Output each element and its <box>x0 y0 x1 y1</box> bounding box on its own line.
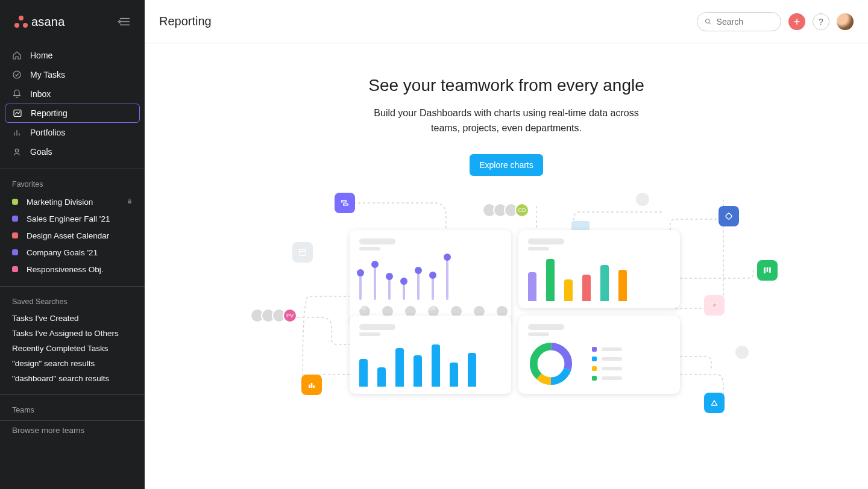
favorite-label: Design Asset Calendar <box>27 231 109 240</box>
global-search[interactable] <box>697 12 781 31</box>
favorite-item[interactable]: Sales Engineer Fall '21 <box>0 210 145 227</box>
favorite-label: Responsiveness Obj. <box>27 265 104 274</box>
avatar-chip <box>451 306 462 317</box>
saved-searches-list: Tasks I've Created Tasks I've Assigned t… <box>0 311 145 386</box>
chart-tile-icon <box>301 375 322 395</box>
saved-search-item[interactable]: Recently Completed Tasks <box>0 341 145 356</box>
chart-line-icon <box>13 108 22 118</box>
omnibutton-add[interactable] <box>788 13 805 30</box>
reporting-empty-state: See your teamwork from every angle Build… <box>145 43 868 489</box>
check-circle-icon <box>12 70 22 79</box>
logo-mark-icon <box>14 16 28 28</box>
hero-subtext: Build your Dashboards with charts using … <box>362 106 651 136</box>
project-color-dot <box>12 232 18 238</box>
svg-rect-18 <box>767 267 768 272</box>
svg-rect-13 <box>342 201 347 202</box>
sidebar-header: asana <box>0 0 145 43</box>
favorite-item[interactable]: Company Goals '21 <box>0 244 145 261</box>
triangle-tile-icon <box>704 393 725 413</box>
svg-rect-17 <box>764 267 766 273</box>
favorites-header: Favorites <box>0 169 145 193</box>
chart-card-donut <box>518 316 680 394</box>
avatar-chip <box>382 306 393 317</box>
hero-headline: See your teamwork from every angle <box>368 76 644 95</box>
saved-search-item[interactable]: "design" search results <box>0 356 145 371</box>
nav-item-portfolios[interactable]: Portfolios <box>5 123 140 142</box>
diamond-tile-icon <box>719 206 739 226</box>
sidebar-collapse-button[interactable] <box>116 13 133 30</box>
explore-charts-button[interactable]: Explore charts <box>470 154 542 176</box>
nav-item-home[interactable]: Home <box>5 46 140 65</box>
sidebar: asana Home My Tasks <box>0 0 145 489</box>
svg-rect-20 <box>725 213 732 219</box>
svg-point-8 <box>15 149 18 152</box>
topbar-actions: ? <box>697 12 854 31</box>
nav-item-goals[interactable]: Goals <box>5 142 140 161</box>
nav-label: My Tasks <box>30 70 65 79</box>
favorite-item[interactable]: Responsiveness Obj. <box>0 261 145 278</box>
svg-line-10 <box>709 22 711 24</box>
search-icon <box>705 17 712 26</box>
brand-name: asana <box>31 15 65 29</box>
help-button[interactable]: ? <box>813 13 829 30</box>
saved-search-item[interactable]: "dashboard" search results <box>0 371 145 386</box>
target-icon <box>12 147 22 157</box>
project-color-dot <box>12 199 18 205</box>
favorite-label: Sales Engineer Fall '21 <box>27 214 110 223</box>
donut-legend <box>592 347 622 381</box>
user-avatar[interactable] <box>837 13 854 30</box>
project-color-dot <box>12 266 18 272</box>
avatar-chip: CD <box>428 306 439 317</box>
svg-rect-23 <box>313 385 315 387</box>
bar-chart-icon <box>12 128 22 137</box>
main-content: Reporting ? See your teamwork from every… <box>145 0 868 489</box>
project-tile-icon <box>335 193 355 213</box>
svg-rect-15 <box>300 249 306 255</box>
project-color-dot <box>12 216 18 222</box>
saved-search-item[interactable]: Tasks I've Assigned to Others <box>0 326 145 341</box>
calendar-tile-icon <box>292 242 313 263</box>
avatar-cluster: PV <box>250 308 297 323</box>
favorite-label: Marketing Division <box>27 198 93 207</box>
brand-logo[interactable]: asana <box>14 15 65 29</box>
svg-rect-21 <box>309 385 310 388</box>
favorite-item[interactable]: Marketing Division <box>0 193 145 210</box>
avatar-cluster: CD <box>482 203 529 217</box>
svg-point-9 <box>705 19 709 23</box>
avatar-chip <box>497 306 508 317</box>
chart-card-blue-bars <box>350 316 511 394</box>
plus-icon <box>793 17 801 26</box>
svg-rect-14 <box>344 204 348 205</box>
saved-search-item[interactable]: Tasks I've Created <box>0 311 145 326</box>
favorite-label: Company Goals '21 <box>27 248 98 257</box>
board-tile-icon <box>757 260 778 281</box>
star-tile-icon <box>704 295 725 316</box>
nav-label: Inbox <box>30 89 51 99</box>
browse-more-teams[interactable]: Browse more teams <box>0 421 145 446</box>
home-icon <box>12 51 22 60</box>
menu-collapse-icon <box>118 17 131 26</box>
hero-illustration: CD PV <box>241 188 772 429</box>
decorative-avatar <box>735 346 749 359</box>
nav-item-my-tasks[interactable]: My Tasks <box>5 65 140 84</box>
svg-point-3 <box>13 71 20 78</box>
saved-searches-header: Saved Searches <box>0 287 145 311</box>
lock-icon <box>127 198 133 205</box>
primary-nav: Home My Tasks Inbox Reporting <box>0 43 145 169</box>
nav-label: Goals <box>30 147 52 157</box>
decorative-avatar <box>636 193 649 206</box>
nav-label: Reporting <box>31 108 68 118</box>
avatar-chip <box>405 306 416 317</box>
bell-icon <box>12 89 22 99</box>
favorite-item[interactable]: Design Asset Calendar <box>0 227 145 244</box>
nav-item-reporting[interactable]: Reporting <box>5 104 140 123</box>
search-input[interactable] <box>717 17 773 26</box>
svg-rect-22 <box>311 383 312 387</box>
favorites-list: Marketing Division Sales Engineer Fall '… <box>0 193 145 278</box>
svg-rect-19 <box>769 267 770 272</box>
chart-card-multicolor-bars <box>518 230 680 308</box>
teams-header: Teams <box>0 395 145 420</box>
donut-chart-icon <box>528 341 574 387</box>
nav-item-inbox[interactable]: Inbox <box>5 84 140 104</box>
avatar-chip: PV <box>359 306 370 317</box>
